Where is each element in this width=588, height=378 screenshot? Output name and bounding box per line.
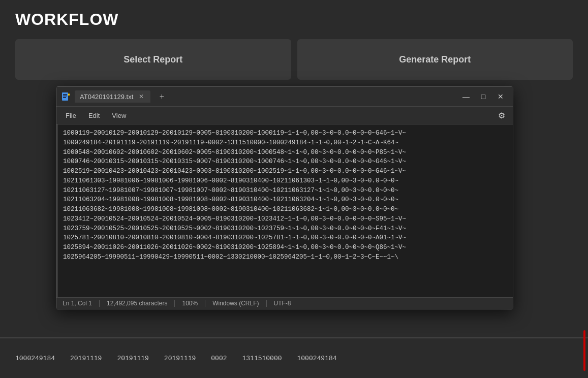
notepad-statusbar: Ln 1, Col 1 12,492,095 characters 100% W…: [56, 297, 513, 309]
menu-file[interactable]: File: [60, 110, 81, 121]
content-line: 10211063204~19981008~19981008~19981008~0…: [63, 195, 508, 205]
notepad-tab[interactable]: AT0420191129.txt ✕: [75, 90, 150, 103]
menu-view[interactable]: View: [107, 110, 131, 121]
notepad-titlebar: AT0420191129.txt ✕ + — □ ✕: [56, 87, 513, 107]
content-line: 1025894~20011026~20011026~20011026~0002~…: [63, 243, 508, 253]
notepad-window: AT0420191129.txt ✕ + — □ ✕ File Edit Vie…: [56, 86, 513, 309]
content-line: 1000746~20010315~20010315~20010315~0007~…: [63, 157, 508, 167]
svg-rect-3: [63, 97, 66, 98]
status-line-endings: Windows (CRLF): [205, 300, 266, 307]
bottom-val-0: 1000249184: [15, 355, 55, 362]
maximize-button[interactable]: □: [475, 90, 491, 103]
new-tab-button[interactable]: +: [156, 90, 168, 103]
page-header: WORKFLOW: [0, 0, 588, 37]
content-line: 1000249184~20191119~20191119~20191119~00…: [63, 138, 508, 148]
status-encoding: UTF-8: [267, 300, 298, 307]
status-zoom: 100%: [175, 300, 205, 307]
bottom-data-row: 1000249184 20191119 20191119 20191119 00…: [15, 355, 337, 362]
generate-report-panel[interactable]: Generate Report: [297, 39, 573, 80]
notepad-app-icon: [60, 91, 71, 102]
bottom-val-1: 20191119: [70, 355, 102, 362]
bottom-val-6: 1000249184: [297, 355, 337, 362]
titlebar-controls: — □ ✕: [458, 90, 509, 103]
menu-edit[interactable]: Edit: [83, 110, 105, 121]
status-position: Ln 1, Col 1: [63, 300, 100, 307]
notepad-content[interactable]: 1000119~20010129~20010129~20010129~0005~…: [56, 124, 513, 297]
select-report-label: Select Report: [123, 54, 182, 65]
svg-rect-1: [63, 94, 67, 95]
svg-rect-0: [62, 92, 68, 101]
bottom-val-2: 20191119: [117, 355, 148, 362]
content-line: 10211061303~19981006~19981006~19981006~0…: [63, 176, 508, 186]
content-line: 10211063682~19981008~19981008~19981008~0…: [63, 205, 508, 214]
content-line: 1023412~20010524~20010524~20010524~0005~…: [63, 214, 508, 224]
bottom-val-4: 0002: [211, 355, 227, 362]
bottom-val-5: 1311510000: [242, 355, 282, 362]
content-line: 1025964205~19990511~19990429~19990511~00…: [63, 253, 508, 262]
generate-report-label: Generate Report: [399, 54, 471, 65]
select-report-panel[interactable]: Select Report: [15, 39, 291, 80]
svg-rect-2: [63, 96, 67, 97]
bottom-val-3: 20191119: [164, 355, 196, 362]
close-button[interactable]: ✕: [492, 90, 509, 103]
workflow-panels: Select Report Generate Report: [0, 39, 588, 80]
notepad-menubar: File Edit View ⚙: [56, 107, 513, 124]
content-line: 1002519~20010423~20010423~20010423~0003~…: [63, 167, 508, 176]
bottom-section: 1000249184 20191119 20191119 20191119 00…: [0, 337, 588, 378]
tab-close-button[interactable]: ✕: [137, 92, 145, 101]
svg-rect-4: [68, 93, 70, 96]
minimize-button[interactable]: —: [458, 90, 474, 103]
content-line: 1025781~20010810~20010810~20010810~0004~…: [63, 233, 508, 243]
scroll-indicator: [583, 330, 585, 371]
content-line: 10211063127~19981007~19981007~19981007~0…: [63, 186, 508, 196]
settings-icon[interactable]: ⚙: [494, 108, 509, 122]
tab-filename: AT0420191129.txt: [80, 93, 133, 101]
content-line: 1000119~20010129~20010129~20010129~0005~…: [63, 129, 508, 138]
content-line: 1000548~20010602~20010602~20010602~0005~…: [63, 148, 508, 158]
content-line: 1023759~20010525~20010525~20010525~0002~…: [63, 224, 508, 234]
page-title: WORKFLOW: [15, 10, 573, 29]
status-characters: 12,492,095 characters: [100, 300, 175, 307]
